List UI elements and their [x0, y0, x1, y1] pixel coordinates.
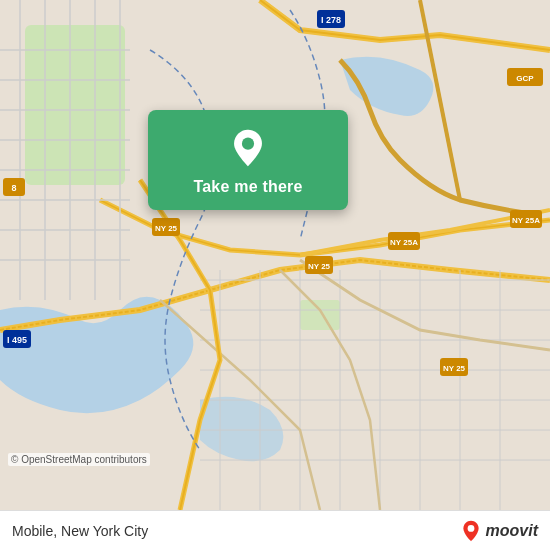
moovit-logo: moovit: [460, 520, 538, 542]
svg-text:I 278: I 278: [321, 15, 341, 25]
moovit-pin-icon: [460, 520, 482, 542]
city-label: Mobile, New York City: [12, 523, 148, 539]
svg-point-51: [467, 525, 474, 532]
location-card[interactable]: Take me there: [148, 110, 348, 210]
take-me-there-button[interactable]: Take me there: [193, 178, 302, 196]
svg-text:GCP: GCP: [516, 74, 534, 83]
svg-text:I 495: I 495: [7, 335, 27, 345]
map-attribution: © OpenStreetMap contributors: [8, 453, 150, 466]
svg-text:NY 25A: NY 25A: [390, 238, 418, 247]
location-pin-icon: [228, 128, 268, 168]
svg-text:NY 25: NY 25: [308, 262, 331, 271]
svg-rect-2: [300, 300, 340, 330]
map-container: I 278 I 495 NY 25 NY 25 NY 25 NY 25A NY …: [0, 0, 550, 510]
moovit-brand-text: moovit: [486, 522, 538, 540]
svg-text:NY 25: NY 25: [443, 364, 466, 373]
svg-point-50: [242, 138, 254, 150]
svg-rect-1: [25, 25, 125, 185]
svg-text:NY 25: NY 25: [155, 224, 178, 233]
svg-text:NY 25A: NY 25A: [512, 216, 540, 225]
map-background: I 278 I 495 NY 25 NY 25 NY 25 NY 25A NY …: [0, 0, 550, 510]
svg-text:8: 8: [11, 183, 16, 193]
bottom-bar: Mobile, New York City moovit: [0, 510, 550, 550]
